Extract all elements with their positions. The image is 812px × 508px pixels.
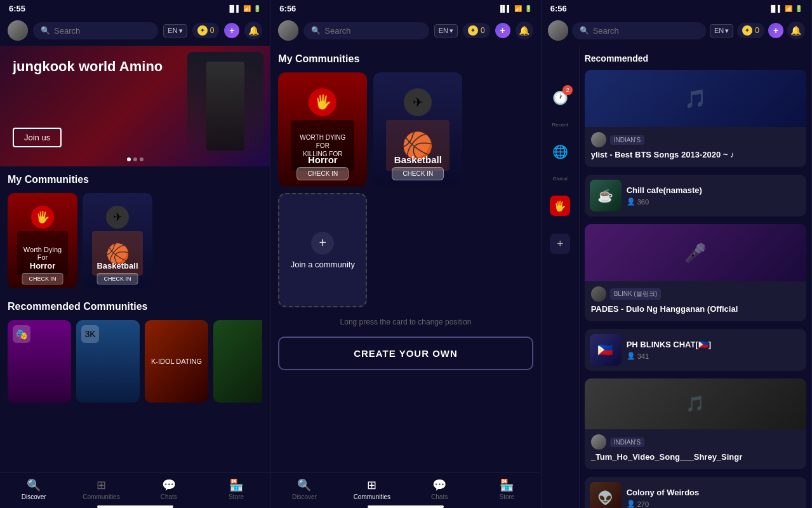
bottom-indicator-2 (368, 505, 444, 508)
nav-communities-label-1: Communities (83, 493, 119, 500)
hand-icon: 🖐 (550, 196, 570, 216)
join-community-card[interactable]: + Join a community (278, 193, 367, 307)
coin-circle-1: ✦ (197, 25, 208, 36)
wifi-icon: 📶 (243, 5, 251, 12)
feed-title-4: PH BLINKS CHAT[🇵🇭] (627, 340, 711, 349)
feed-image-3: 🎤 (585, 224, 806, 281)
avatar-1[interactable] (8, 20, 28, 41)
basketball-large-card[interactable]: ✈ 🏀 Basketball CHECK IN (373, 72, 462, 187)
basketball-large-label: Basketball (394, 154, 442, 165)
chats-icon-2: 💬 (432, 478, 446, 492)
avatar-3[interactable] (548, 20, 568, 41)
nav-communities-label-2: Communities (354, 493, 390, 500)
feed-image-5: 🎵 (585, 378, 806, 429)
add-icon: + (550, 234, 570, 254)
coin-count-3: 0 (755, 26, 759, 35)
search-input-3[interactable] (593, 26, 698, 36)
hero-banner-1: jungkook world Amino Join us (0, 46, 270, 166)
bottom-indicator-1 (97, 505, 173, 508)
chevron-down-icon-1: ▾ (179, 27, 183, 35)
avatar-2[interactable] (278, 20, 298, 41)
rec-card-4[interactable] (213, 320, 262, 403)
chevron-down-icon-3: ▾ (725, 27, 729, 35)
rec-card-1[interactable]: 🎭 Fandoms (8, 320, 71, 403)
panel1-scroll: My Communities 🖐 Worth Dying For Horror … (0, 166, 270, 470)
lang-badge-1[interactable]: EN ▾ (163, 24, 187, 37)
search-bar-2[interactable]: 🔍 (303, 22, 429, 39)
bottom-nav-1: 🔍 Discover ⊞ Communities 💬 Chats 🏪 Store (0, 472, 270, 503)
nav-store-1[interactable]: 🏪 Store (203, 478, 270, 500)
feed-card-3[interactable]: 🎤 BLINK (블링크) PADES - Dulo Ng Hangganan … (585, 224, 806, 321)
feed-card-5[interactable]: 🎵 INDIAN'S _Tum_Ho_Video_Song___Shrey_Si… (585, 378, 806, 469)
horror-label: Horror (30, 261, 55, 271)
bottom-nav-2: 🔍 Discover ⊞ Communities 💬 Chats 🏪 Store (270, 472, 540, 503)
nav-discover-1[interactable]: 🔍 Discover (0, 478, 67, 500)
discover-icon-1: 🔍 (27, 478, 41, 492)
feed-card-4[interactable]: 🇵🇭 PH BLINKS CHAT[🇵🇭] 👤 341 (585, 329, 806, 371)
feed-avatar-1 (591, 132, 606, 147)
chats-icon-1: 💬 (162, 478, 176, 492)
feed-info-6: Colony of Weirdos 👤 270 (627, 488, 700, 508)
search-input-1[interactable] (54, 26, 150, 36)
join-button-1[interactable]: Join us (13, 128, 62, 147)
feed-title-2: Chill cafe(namaste) (627, 185, 702, 195)
lang-badge-2[interactable]: EN ▾ (434, 24, 458, 37)
nav-chats-2[interactable]: 💬 Chats (406, 478, 473, 500)
coin-badge-3: ✦ 0 (737, 23, 764, 38)
create-own-button[interactable]: CREATE YOUR OWN (278, 337, 533, 370)
sidebar-recent[interactable]: 🕐 2 (546, 84, 574, 112)
basketball-community-card[interactable]: ✈ 🏀 Basketball CHECK IN (83, 193, 152, 288)
plus-button-3[interactable]: + (768, 23, 783, 38)
horror-large-checkin[interactable]: CHECK IN (296, 167, 349, 180)
basketball-large-checkin[interactable]: CHECK IN (392, 167, 444, 180)
join-plus-icon: + (311, 232, 334, 255)
status-icons-2: ▐▌▌ 📶 🔋 (498, 5, 531, 12)
plus-button-1[interactable]: + (224, 23, 239, 38)
basketball-checkin-btn[interactable]: CHECK IN (97, 273, 138, 284)
sidebar-hand[interactable]: 🖐 (546, 192, 574, 220)
feed-card-2[interactable]: ☕ Chill cafe(namaste) 👤 360 (585, 175, 806, 217)
plus-button-2[interactable]: + (495, 23, 510, 38)
banner-text-1: jungkook world Amino (13, 58, 163, 75)
feed-title-3: PADES - Dulo Ng Hangganan (Official (591, 304, 800, 314)
signal-icon-2: ▐▌▌ (498, 5, 511, 12)
lang-label-2: EN (439, 27, 448, 34)
members-num-4: 341 (637, 352, 649, 360)
community-tag-1: INDIAN'S (610, 135, 644, 145)
rec-card-3[interactable]: K-IDOL DATING K... (145, 320, 208, 403)
search-bar-1[interactable]: 🔍 (33, 22, 158, 39)
nav-discover-2[interactable]: 🔍 Discover (270, 478, 338, 500)
search-bar-3[interactable]: 🔍 (572, 22, 706, 39)
status-bar-2: 6:56 ▐▌▌ 📶 🔋 (270, 0, 540, 16)
nav-chats-label-2: Chats (431, 493, 448, 500)
panel3-sidebar: 🕐 2 Recent 🌐 Global 🖐 + (542, 46, 580, 508)
horror-checkin-btn[interactable]: CHECK IN (22, 273, 63, 284)
banner-title-1: jungkook world Amino (13, 58, 163, 75)
bell-button-2[interactable]: 🔔 (516, 22, 533, 39)
panel-3: 6:56 ▐▌▌ 📶 🔋 🔍 EN ▾ ✦ 0 + 🔔 🕐 (542, 0, 812, 508)
nav-chats-1[interactable]: 💬 Chats (135, 478, 203, 500)
panel2-content: My Communities 🖐 WORTH DYING FORKILLING … (270, 46, 540, 472)
horror-community-card[interactable]: 🖐 Worth Dying For Horror CHECK IN (8, 193, 77, 288)
members-num-2: 360 (637, 198, 649, 206)
bell-button-1[interactable]: 🔔 (244, 22, 262, 39)
search-icon-1: 🔍 (41, 26, 50, 35)
lang-badge-3[interactable]: EN ▾ (710, 24, 733, 37)
time-2: 6:56 (279, 4, 296, 13)
feed-card-1[interactable]: 🎵 INDIAN'S ylist - Best BTS Songs 2013-2… (585, 70, 806, 167)
nav-store-2[interactable]: 🏪 Store (473, 478, 540, 500)
feed-card-6[interactable]: 👽 Colony of Weirdos 👤 270 (585, 477, 806, 508)
sidebar-add[interactable]: + (546, 230, 574, 258)
nav-communities-1[interactable]: ⊞ Communities (67, 478, 135, 500)
discover-icon-2: 🔍 (297, 478, 311, 492)
dot-2 (133, 157, 137, 161)
nav-communities-2[interactable]: ⊞ Communities (338, 478, 406, 500)
members-count-4: 👤 341 (627, 352, 711, 360)
search-input-2[interactable] (324, 26, 421, 36)
rec-card-2[interactable]: 3K Amino (76, 320, 140, 403)
signal-icon-3: ▐▌▌ (769, 5, 782, 12)
horror-large-card[interactable]: 🖐 WORTH DYING FORKILLING FOR Horror CHEC… (278, 72, 367, 187)
bell-button-3[interactable]: 🔔 (787, 22, 805, 39)
sidebar-global[interactable]: 🌐 (546, 138, 574, 166)
feed-title-1: ylist - Best BTS Songs 2013-2020 ~ ♪ (591, 150, 800, 159)
